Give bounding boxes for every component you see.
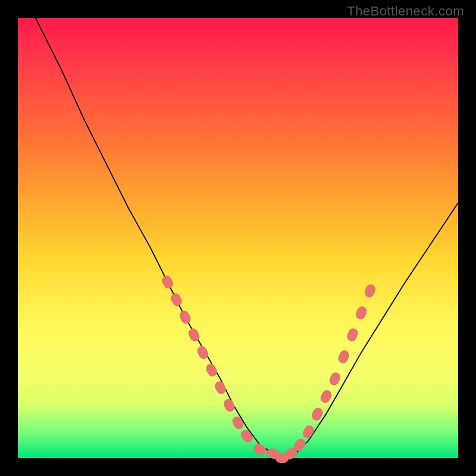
curve-marker [355,305,368,321]
curve-marker [363,283,377,299]
marker-group [161,274,377,463]
curve-marker [252,441,268,457]
watermark-text: TheBottleneck.com [347,4,464,19]
curve-marker [239,428,255,444]
curve-marker [231,415,246,431]
curve-marker [319,389,333,405]
curve-marker [301,424,316,440]
curve-marker [337,349,350,365]
curve-marker [178,309,192,325]
bottleneck-curve-path [36,18,458,458]
curve-marker [346,327,359,343]
chart-plot-area [18,18,458,458]
curve-marker [169,292,183,308]
chart-svg [18,18,458,458]
curve-marker [161,274,175,290]
curve-marker [328,371,342,387]
curve-marker [205,362,219,378]
curve-marker [222,397,236,414]
curve-marker [213,380,227,396]
curve-marker [196,345,210,361]
